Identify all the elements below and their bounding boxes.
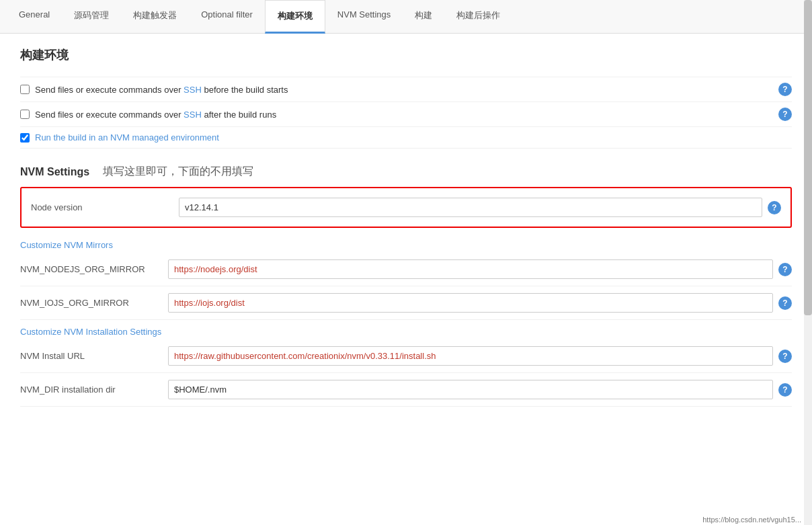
checkbox-label-nvm: Run the build in an NVM managed environm… — [35, 132, 219, 143]
page-title: 构建环境 — [20, 47, 792, 63]
nodejs-mirror-label: NVM_NODEJS_ORG_MIRROR — [20, 264, 168, 274]
node-version-row: Node version ? — [31, 195, 781, 220]
install-url-label: NVM Install URL — [20, 351, 168, 361]
scroll-thumb — [804, 0, 812, 315]
help-btn-ssh-before[interactable]: ? — [778, 83, 792, 96]
checkbox-label-ssh-before: Send files or execute commands over SSH … — [35, 85, 288, 95]
ssh-link-before: SSH — [184, 85, 202, 95]
iojs-mirror-row: NVM_IOJS_ORG_MIRROR ? — [20, 286, 792, 320]
install-dir-label: NVM_DIR installation dir — [20, 385, 168, 395]
nvm-section-header: NVM Settings 填写这里即可，下面的不用填写 — [20, 165, 792, 179]
customize-mirrors-heading: Customize NVM Mirrors — [20, 233, 792, 253]
node-version-label: Node version — [31, 202, 179, 212]
help-btn-ssh-after[interactable]: ? — [778, 108, 792, 121]
page-content: 构建环境 Send files or execute commands over… — [0, 34, 812, 420]
iojs-mirror-input[interactable] — [168, 293, 773, 313]
iojs-mirror-label: NVM_IOJS_ORG_MIRROR — [20, 298, 168, 308]
install-dir-input[interactable] — [168, 380, 773, 399]
nvm-section-note: 填写这里即可，下面的不用填写 — [103, 165, 253, 179]
help-btn-install-url[interactable]: ? — [778, 350, 792, 363]
nvm-section-title: NVM Settings — [20, 166, 89, 178]
checkbox-label-ssh-after: Send files or execute commands over SSH … — [35, 110, 276, 120]
checkbox-row-ssh-before: Send files or execute commands over SSH … — [20, 77, 792, 102]
install-dir-row: NVM_DIR installation dir ? — [20, 373, 792, 407]
customize-install-heading: Customize NVM Installation Settings — [20, 320, 792, 339]
nodejs-mirror-row: NVM_NODEJS_ORG_MIRROR ? — [20, 253, 792, 286]
scrollbar[interactable] — [804, 0, 812, 420]
nodejs-mirror-input[interactable] — [168, 259, 773, 279]
checkbox-row-nvm: Run the build in an NVM managed environm… — [20, 126, 792, 149]
help-btn-install-dir[interactable]: ? — [778, 383, 792, 397]
checkbox-ssh-after[interactable] — [20, 110, 30, 119]
tab-build[interactable]: 构建 — [403, 0, 444, 33]
checkbox-section: Send files or execute commands over SSH … — [20, 77, 792, 149]
node-version-input[interactable] — [179, 198, 762, 217]
node-version-highlight-box: Node version ? — [20, 187, 792, 228]
install-url-input[interactable] — [168, 346, 773, 366]
tab-post-build[interactable]: 构建后操作 — [444, 0, 512, 33]
checkbox-row-ssh-after: Send files or execute commands over SSH … — [20, 102, 792, 126]
checkbox-nvm[interactable] — [20, 133, 30, 143]
help-btn-nodejs-mirror[interactable]: ? — [778, 263, 792, 276]
tab-bar: General源码管理构建触发器Optional filter构建环境NVM S… — [0, 0, 812, 34]
help-btn-iojs-mirror[interactable]: ? — [778, 296, 792, 310]
checkbox-ssh-before[interactable] — [20, 85, 30, 94]
tab-trigger[interactable]: 构建触发器 — [121, 0, 189, 33]
help-btn-node-version[interactable]: ? — [768, 201, 781, 214]
ssh-link-after: SSH — [184, 110, 202, 120]
install-url-row: NVM Install URL ? — [20, 339, 792, 373]
tab-optional-filter[interactable]: Optional filter — [189, 0, 265, 33]
tab-general[interactable]: General — [7, 0, 62, 33]
tab-build-env[interactable]: 构建环境 — [265, 0, 325, 34]
tab-source[interactable]: 源码管理 — [62, 0, 121, 33]
tab-nvm-settings[interactable]: NVM Settings — [325, 0, 403, 33]
